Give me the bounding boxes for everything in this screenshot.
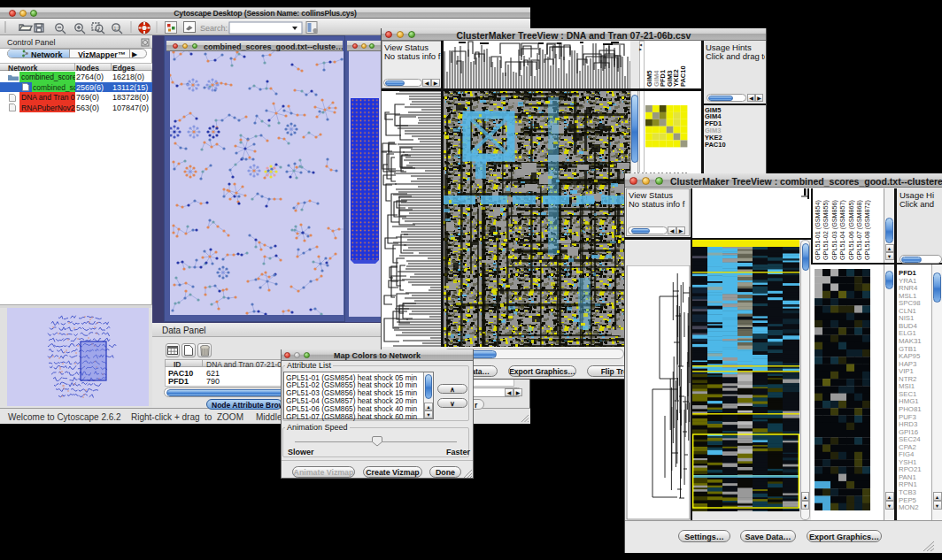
svg-text:Search:: Search: (200, 24, 228, 33)
svg-text:1:1: 1:1 (114, 26, 120, 31)
